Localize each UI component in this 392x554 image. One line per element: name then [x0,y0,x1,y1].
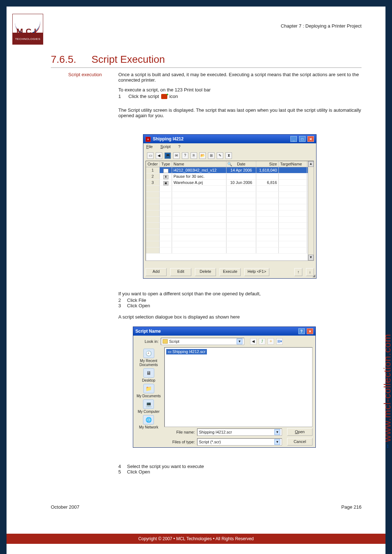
grid-row-empty[interactable] [146,198,314,204]
win1-window-buttons: _ □ ✕ [290,136,314,142]
win2-title: Script Name [135,329,161,334]
filename-input[interactable]: Shipping I4212.scr ▼ [197,428,282,436]
maximize-button[interactable]: □ [299,136,306,142]
grid-row-empty[interactable] [146,192,314,198]
scroll-down-icon[interactable]: ▼ [308,255,314,260]
help-button[interactable]: Help <F1> [244,268,269,276]
selected-file[interactable]: Shipping I4212.scr [166,349,207,354]
section-title: Script Execution [91,54,165,65]
win1-app-icon: ≡ [146,137,151,142]
win1-title: Shipping I4212 [153,136,184,141]
grid-row-empty[interactable] [146,186,314,192]
grid-row-1[interactable]: 1 ▭ i4212_0803H2_mcl_v12 14 Apr 2006 1,6… [146,167,314,173]
grid-row-empty[interactable] [146,204,314,210]
execute-button[interactable]: Execute [220,268,241,276]
win1-titlebar[interactable]: ≡Shipping I4212 _ □ ✕ [143,135,316,143]
add-button[interactable]: Add [146,268,167,276]
desktop-icon: 🖥 [143,368,154,378]
row2-type-icon: ⧗ [163,175,168,179]
toolbar-btn-4[interactable]: ✉ [173,152,180,159]
toolbar-btn-9[interactable]: ✎ [217,152,223,159]
col-target[interactable]: TargetName [279,161,307,167]
para-script-utility: The Script utility screen is displayed. … [118,107,362,118]
margin-note: Script execution [68,72,102,77]
toolbar-btn-3[interactable]: ⬒ [164,152,171,159]
grid-row-empty[interactable] [146,247,314,254]
grid-row-empty[interactable] [146,217,314,223]
toolbar-btn-1[interactable]: ▭ [147,152,154,159]
move-up-button[interactable]: ↑ [294,268,302,276]
lookin-row: Look in: Script ▼ ◀ ⤴ ✧ ⊞▾ [133,336,315,347]
toolbar-btn-7[interactable]: 📂 [199,152,206,159]
toolbar-btn-6[interactable]: ⎘ [191,152,197,159]
nav-back-icon[interactable]: ◀ [250,338,257,345]
place-mycomputer[interactable]: 💻My Computer [138,399,159,414]
menu-help[interactable]: ? [178,144,180,149]
grid-scrollbar[interactable]: ▲ ▼ [308,161,314,260]
close-button[interactable]: ✕ [307,136,314,142]
lookin-value: Script [169,339,179,344]
step-5-num: 5 [118,469,127,475]
nav-newfolder-icon[interactable]: ✧ [268,338,274,345]
resize-grip-icon[interactable]: ◢ [313,274,315,278]
lookin-dropdown[interactable]: Script ▼ [161,338,244,345]
left-frame-bar [0,0,7,554]
menu-file[interactable]: FFileile [146,144,153,149]
grid-row-empty[interactable] [146,223,314,229]
grid-row-empty[interactable] [146,235,314,241]
step-3-num: 3 [118,303,127,308]
row1-type-icon: ▭ [163,169,168,173]
scroll-up-icon[interactable]: ▲ [308,161,314,167]
col-order[interactable]: Order [146,161,160,167]
recent-icon: 🕘 [143,349,154,358]
step-1-text-a: Click the script [128,94,160,99]
win2-titlebar[interactable]: Script Name ? ✕ [133,327,315,336]
open-button[interactable]: Open [287,428,313,436]
dialog-close-button[interactable]: ✕ [307,328,313,334]
place-recent[interactable]: 🕘My Recent Documents [133,349,164,367]
minimize-button[interactable]: _ [290,136,297,142]
place-mydocs[interactable]: 📁My Documents [136,384,161,398]
footer-date: October 2007 [51,504,79,510]
step-1-text-b: icon [169,94,178,99]
toolbar-btn-2[interactable]: ◀ [156,152,162,159]
grid-row-2[interactable]: 2 ⧗ Pause for 30 sec. <Default> [146,173,314,180]
toolbar-btn-10[interactable]: ⧗ [225,152,232,159]
menu-script[interactable]: Script [160,144,171,149]
nav-views-icon[interactable]: ⊞▾ [276,338,283,345]
filetype-dropdown[interactable]: Script (*.scr) ▼ [197,438,282,446]
cancel-button[interactable]: Cancel [287,438,313,446]
para-intro: Once a script is built and saved, it may… [118,72,362,83]
grid-row-empty[interactable] [146,210,314,217]
toolbar-btn-8[interactable]: ⊞ [208,152,215,159]
file-list-area[interactable]: Shipping I4212.scr [164,347,313,427]
script-utility-window: ≡Shipping I4212 _ □ ✕ FFileile Script ? … [143,134,317,279]
side-url-dots-icon: •• [385,444,391,448]
place-desktop[interactable]: 🖥Desktop [142,368,155,382]
mydocs-icon: 📁 [143,384,154,393]
filetype-dd-arrow-icon[interactable]: ▼ [274,439,280,445]
col-size[interactable]: Size [256,161,279,167]
step-4-text: Select the script you want to execute [127,464,204,469]
place-mynetwork[interactable]: 🌐My Network [139,415,158,429]
filetype-row: Files of type: Script (*.scr) ▼ Cancel [133,437,315,447]
edit-button[interactable]: Edit [170,268,191,276]
filename-dd-arrow-icon[interactable]: ▼ [274,429,280,435]
toolbar-btn-5[interactable]: ? [182,152,188,159]
col-name[interactable]: Name [172,161,226,167]
grid-row-empty[interactable] [146,229,314,235]
script-grid[interactable]: Order Type Name Date Size TargetName Mod… [146,161,314,261]
para-dialog: A script selection dialogue box is displ… [118,314,362,320]
col-type[interactable]: Type [160,161,172,167]
steps-4-5: 4Select the script you want to execute 5… [118,464,204,475]
delete-button[interactable]: Delete [195,268,216,276]
right-frame-bar [385,0,392,554]
step-5-text: Click Open [127,469,150,475]
filetype-label: Files of type: [167,440,195,444]
nav-up-icon[interactable]: ⤴ [259,338,265,345]
dropdown-arrow-icon[interactable]: ▼ [237,338,242,344]
grid-row-empty[interactable] [146,241,314,247]
dialog-help-button[interactable]: ? [298,328,305,334]
grid-row-3[interactable]: 3 ▣ Warehouse A.prj 10 Jun 2006 6,816 <D… [146,180,314,186]
step-3-text: Click Open [127,303,150,308]
